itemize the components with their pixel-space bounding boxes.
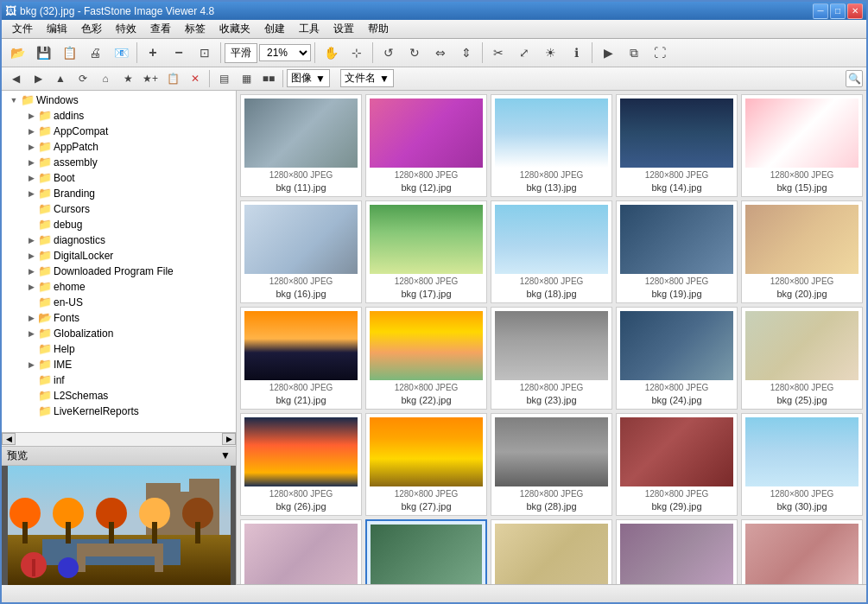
tree-item-apppatch[interactable]: ▶ 📁 AppPatch [3, 139, 234, 155]
menu-create[interactable]: 创建 [257, 20, 292, 38]
info-button[interactable]: ℹ [564, 41, 588, 65]
menu-color[interactable]: 色彩 [74, 20, 109, 38]
thumb-item[interactable]: 1280×800 JPEGbkg (11).jpg [240, 94, 362, 197]
tree-item-branding[interactable]: ▶ 📁 Branding [3, 186, 234, 201]
thumb-item[interactable]: 1280×800 JPEGbkg (19).jpg [616, 200, 738, 303]
preview-arrow[interactable]: ▼ [220, 449, 231, 461]
rotate-left-button[interactable]: ↺ [377, 41, 401, 65]
email-button[interactable]: 📧 [109, 41, 133, 65]
thumb-item[interactable]: 1280×800 JPEGbkg (29).jpg [616, 413, 738, 516]
thumb-item[interactable]: 1280×800 JPEGbkg (17).jpg [365, 200, 487, 303]
fullscreen-button[interactable]: ⛶ [648, 41, 672, 65]
thumb-item[interactable]: 1280×800 JPEGbkg (22).jpg [365, 307, 487, 410]
zoom-select[interactable]: 21% 50% 100% [259, 44, 311, 61]
scroll-left[interactable]: ◀ [2, 433, 16, 445]
minimize-button[interactable]: ─ [813, 3, 828, 19]
tree-item-appcompat[interactable]: ▶ 📁 AppCompat [3, 124, 234, 139]
sort-dropdown[interactable]: 文件名 ▼ [340, 69, 394, 87]
menu-file[interactable]: 文件 [5, 20, 40, 38]
thumb-item[interactable]: 1280×800 JPEGbkg (26).jpg [240, 413, 362, 516]
slideshow-button[interactable]: ▶ [596, 41, 620, 65]
menu-settings[interactable]: 设置 [326, 20, 361, 38]
view-list-button[interactable]: ▦ [236, 68, 257, 89]
thumb-item[interactable]: 1280×800 JPEGbkg (28).jpg [491, 413, 612, 516]
tree-item-l2schemas[interactable]: ▶ 📁 L2Schemas [3, 388, 234, 404]
tree-item-en-us[interactable]: ▶ 📁 en-US [3, 295, 234, 310]
rotate-right-button[interactable]: ↻ [402, 41, 427, 65]
add-fav-button[interactable]: ★ [117, 68, 138, 89]
thumb-item[interactable]: 1280×800 JPEGbkg (23).jpg [491, 307, 612, 410]
tree-item-inf[interactable]: ▶ 📁 inf [3, 372, 234, 388]
image-grid-panel[interactable]: 1280×800 JPEGbkg (11).jpg1280×800 JPEGbk… [237, 91, 866, 584]
menu-view[interactable]: 查看 [143, 20, 178, 38]
thumb-item[interactable]: 1280×800 JPEGbkg (31).jpg [240, 519, 362, 584]
zoom-out-button[interactable]: − [167, 41, 191, 65]
select-tool-button[interactable]: ⊹ [345, 41, 369, 65]
tree-item-assembly[interactable]: ▶ 📁 assembly [3, 155, 234, 170]
thumb-item[interactable]: 1280×800 JPEGbkg (14).jpg [616, 94, 738, 197]
view-thumb-button[interactable]: ■■ [258, 68, 279, 89]
close-button[interactable]: ✕ [847, 3, 863, 19]
tree-item-boot[interactable]: ▶ 📁 Boot [3, 170, 234, 186]
tree-item-diagnostics[interactable]: ▶ 📁 diagnostics [3, 232, 234, 248]
zoom-in-button[interactable]: + [141, 41, 165, 65]
menu-tag[interactable]: 标签 [178, 20, 212, 38]
copy-button[interactable]: 📋 [57, 41, 81, 65]
tree-item-livekernelreports[interactable]: ▶ 📁 LiveKernelReports [3, 404, 234, 419]
tree-item-debug[interactable]: ▶ 📁 debug [3, 217, 234, 232]
thumb-item[interactable]: 1280×800 JPEGbkg (12).jpg [365, 94, 487, 197]
tree-item-fonts[interactable]: ▶ 📂 Fonts [3, 310, 234, 326]
properties-button[interactable]: 📋 [162, 68, 183, 89]
thumb-item[interactable]: 1280×800 JPEGbkg (16).jpg [240, 200, 362, 303]
thumb-item[interactable]: 1280×800 JPEGbkg (34).jpg [616, 519, 738, 584]
thumb-item[interactable]: 1280×800 JPEGbkg (25).jpg [741, 307, 863, 410]
refresh-button[interactable]: ⟳ [73, 68, 93, 89]
file-tree[interactable]: ▼ 📁 Windows ▶ 📁 addins ▶ 📁 AppCompat ▶ [2, 91, 236, 432]
thumb-item[interactable]: 1280×800 JPEGbkg (33).jpg [491, 519, 612, 584]
thumb-item[interactable]: 1280×800 JPEGbkg (18).jpg [491, 200, 612, 303]
open-button[interactable]: 📂 [5, 41, 29, 65]
h-scrollbar[interactable]: ◀ ▶ [2, 432, 236, 446]
thumb-item[interactable]: 1280×800 JPEGbkg (15).jpg [741, 94, 863, 197]
thumb-item[interactable]: 1280×800 JPEGbkg (24).jpg [616, 307, 738, 410]
adjust-button[interactable]: ☀ [538, 41, 562, 65]
tree-item-addins[interactable]: ▶ 📁 addins [3, 108, 234, 124]
menu-edit[interactable]: 编辑 [40, 20, 74, 38]
crop-button[interactable]: ✂ [486, 41, 510, 65]
tree-item-digitallocker[interactable]: ▶ 📁 DigitalLocker [3, 248, 234, 264]
thumb-item[interactable]: 1280×800 JPEGbkg (27).jpg [365, 413, 487, 516]
print-button[interactable]: 🖨 [83, 41, 107, 65]
compare-button[interactable]: ⧉ [622, 41, 646, 65]
menu-help[interactable]: 帮助 [361, 20, 396, 38]
save-button[interactable]: 💾 [31, 41, 55, 65]
tree-item-downloaded[interactable]: ▶ 📁 Downloaded Program File [3, 264, 234, 279]
flip-v-button[interactable]: ⇕ [454, 41, 478, 65]
home-button[interactable]: ⌂ [95, 68, 116, 89]
thumb-item[interactable]: 1280×800 JPEGbkg (21).jpg [240, 307, 362, 410]
view-details-button[interactable]: ▤ [213, 68, 234, 89]
tree-item-windows[interactable]: ▼ 📁 Windows [3, 92, 234, 108]
image-type-dropdown[interactable]: 图像 ▼ [287, 69, 330, 87]
tree-item-globalization[interactable]: ▶ 📁 Globalization [3, 326, 234, 341]
fit-button[interactable]: ⊡ [193, 41, 217, 65]
fav-button[interactable]: ★+ [140, 68, 161, 89]
tree-item-cursors[interactable]: ▶ 📁 Cursors [3, 201, 234, 217]
search-button[interactable]: 🔍 [846, 70, 863, 87]
resize-button[interactable]: ⤢ [512, 41, 536, 65]
thumb-item[interactable]: 1280×800 JPEGbkg (20).jpg [741, 200, 863, 303]
up-button[interactable]: ▲ [50, 68, 71, 89]
thumb-item[interactable]: 1280×800 JPEGbkg (32).jpg [365, 519, 487, 584]
scroll-right[interactable]: ▶ [222, 433, 236, 445]
delete-button[interactable]: ✕ [185, 68, 206, 89]
smooth-label[interactable]: 平滑 [225, 43, 257, 63]
thumb-item[interactable]: 1280×800 JPEGbkg (30).jpg [741, 413, 863, 516]
menu-tools[interactable]: 工具 [292, 20, 326, 38]
back-button[interactable]: ◀ [5, 68, 26, 89]
thumb-item[interactable]: 1280×800 JPEGbkg (35).jpg [741, 519, 863, 584]
forward-button[interactable]: ▶ [28, 68, 48, 89]
hand-tool-button[interactable]: ✋ [319, 41, 343, 65]
tree-item-help[interactable]: ▶ 📁 Help [3, 341, 234, 357]
menu-effect[interactable]: 特效 [109, 20, 143, 38]
tree-item-ime[interactable]: ▶ 📁 IME [3, 357, 234, 372]
flip-h-button[interactable]: ⇔ [428, 41, 453, 65]
